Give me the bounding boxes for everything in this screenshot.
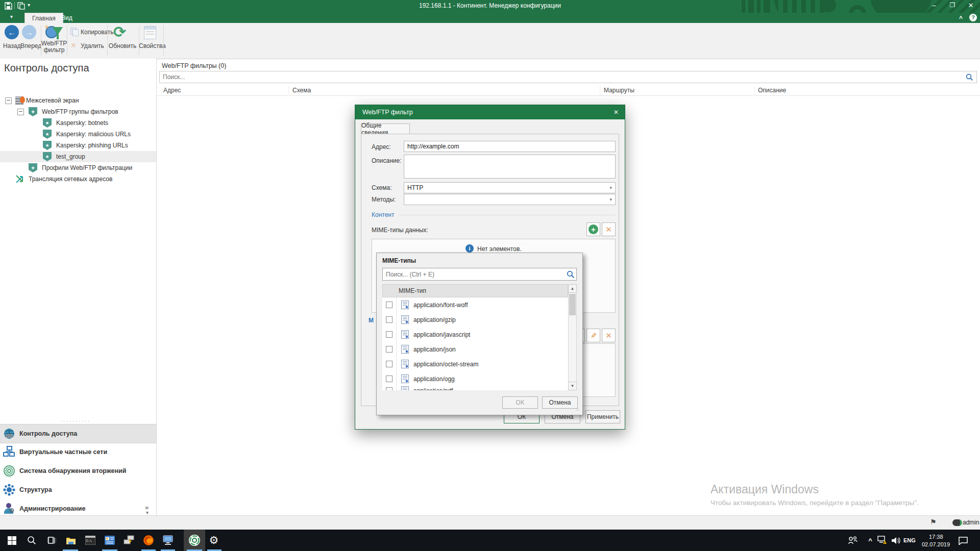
task-view-icon[interactable]	[45, 534, 58, 547]
add-mime-button[interactable]: +	[586, 222, 600, 236]
cmd-icon[interactable]: C:\	[84, 534, 97, 547]
create-filter-label: Web/FTP фильтр	[37, 40, 71, 54]
network-warning-icon[interactable]: !	[876, 534, 889, 547]
dialog-close-icon[interactable]: ✕	[614, 109, 619, 116]
scrollbar-thumb[interactable]	[569, 294, 576, 315]
continent-app-icon[interactable]	[188, 534, 201, 547]
column-header-description[interactable]: Описание	[758, 87, 786, 94]
filter-search-input[interactable]	[159, 71, 977, 83]
tree-item-kaspersky-phishing[interactable]: ★ Kaspersky: phishing URLs	[0, 140, 156, 151]
tree-item-nat[interactable]: Трансляция сетевых адресов	[0, 173, 156, 185]
mime-row[interactable]: application/ogg	[382, 371, 568, 387]
checkbox[interactable]	[386, 375, 393, 382]
mime-row[interactable]: application/font-woff	[382, 297, 568, 313]
collapse-toggle-icon[interactable]	[17, 109, 24, 115]
checkbox[interactable]	[386, 387, 393, 391]
checkbox[interactable]	[386, 346, 393, 353]
speaker-icon[interactable]	[889, 534, 902, 547]
clock-date[interactable]: 02.07.2019	[922, 541, 950, 547]
file-menu-caret-icon[interactable]: ▾	[10, 14, 13, 19]
mime-table-header[interactable]: MIME-тип	[382, 284, 568, 297]
minimize-button[interactable]: –	[928, 1, 940, 9]
search-icon[interactable]	[966, 73, 973, 81]
file-explorer-icon[interactable]	[64, 534, 78, 547]
firefox-icon[interactable]	[142, 534, 155, 547]
mime-row[interactable]: application/json	[382, 342, 568, 357]
popup-cancel-button[interactable]: Отмена	[542, 396, 578, 409]
remote-desktop-icon[interactable]	[161, 534, 175, 547]
help-icon[interactable]: ?	[969, 14, 977, 21]
mime-column-header: MIME-тип	[399, 287, 426, 294]
dialog-title-bar[interactable]: Web/FTP фильтр ✕	[355, 105, 625, 119]
restore-button[interactable]: ❐	[946, 2, 959, 9]
refresh-label[interactable]: Обновить	[108, 42, 137, 49]
checkbox[interactable]	[386, 302, 393, 308]
delete-item-button[interactable]: ✕	[602, 329, 616, 342]
resize-grip[interactable]: ∴	[576, 407, 579, 412]
chevron-down-icon: ▾	[609, 185, 612, 190]
settings-gear-icon[interactable]: ⚙	[207, 534, 220, 547]
splitter-handle[interactable]: ··········	[60, 418, 91, 423]
tree-item-test-group[interactable]: ★ test_group	[0, 151, 156, 162]
flag-icon[interactable]: ⚑	[930, 518, 937, 526]
monitoring-app-icon[interactable]	[103, 534, 116, 547]
action-center-icon[interactable]	[957, 534, 970, 547]
checkbox[interactable]	[386, 316, 393, 323]
filter-shield-icon: ★	[43, 141, 52, 150]
tree-item-firewall[interactable]: Межсетевой экран	[0, 95, 156, 106]
nav-overflow-caret-icon[interactable]: ▾	[146, 510, 149, 515]
column-header-routes[interactable]: Маршруты	[604, 87, 634, 94]
webftp-filter-create-button[interactable]: ✳ Web/FTP фильтр	[43, 24, 65, 55]
nav-ids[interactable]: Система обнаружения вторжений	[0, 462, 156, 480]
mime-row[interactable]: application/gzip	[382, 312, 568, 328]
chevron-down-icon: ▾	[609, 197, 612, 202]
ribbon-collapse-icon[interactable]: ^	[959, 15, 963, 22]
document-icon	[401, 345, 409, 354]
description-textarea[interactable]	[404, 155, 616, 179]
people-icon[interactable]	[846, 534, 860, 547]
column-header-address[interactable]: Адрес	[163, 87, 181, 94]
quick-access-caret-icon[interactable]: ▾	[28, 2, 30, 8]
tree-label: test_group	[56, 153, 85, 160]
paste-icon[interactable]	[17, 2, 25, 10]
mime-row[interactable]: application/octet-stream	[382, 357, 568, 372]
hidden-icons-chevron[interactable]: ^	[864, 534, 877, 547]
tree-item-webftp-groups[interactable]: ★ Web/FTP группы фильтров	[0, 106, 156, 117]
nav-structure[interactable]: Структура	[0, 481, 156, 499]
delete-label: Удалить	[81, 42, 104, 49]
remove-mime-button[interactable]: ✕	[602, 222, 616, 236]
mime-row[interactable]: application/javascript	[382, 327, 568, 342]
refresh-icon[interactable]: ⟳	[113, 23, 126, 41]
scroll-up-button[interactable]: ▲	[568, 284, 577, 293]
address-input[interactable]	[404, 141, 616, 152]
search-icon[interactable]	[567, 270, 575, 279]
scheme-select[interactable]: HTTP ▾	[404, 182, 616, 193]
column-header-scheme[interactable]: Схема	[292, 87, 311, 94]
edit-item-button[interactable]: ✎	[586, 329, 600, 342]
language-indicator[interactable]: ENG	[903, 537, 916, 543]
mime-search-input[interactable]	[382, 268, 577, 281]
back-button[interactable]: ←	[5, 25, 19, 39]
close-button[interactable]: ✕	[965, 2, 977, 9]
checkbox[interactable]	[386, 361, 393, 367]
clock-time[interactable]: 17:38	[929, 534, 943, 540]
tab-general[interactable]: Общие сведения	[361, 123, 410, 134]
nat-arrows-icon	[15, 174, 24, 184]
checkbox[interactable]	[386, 331, 393, 338]
start-button[interactable]	[5, 534, 18, 547]
tree-item-kaspersky-botnets[interactable]: ★ Kaspersky: botnets	[0, 117, 156, 129]
tab-vid[interactable]: Вид	[54, 13, 80, 23]
scroll-down-button[interactable]: ▼	[568, 382, 577, 390]
table-header-border	[157, 95, 980, 96]
save-icon[interactable]	[5, 2, 12, 10]
taskbar-search-icon[interactable]	[25, 534, 38, 547]
tree-item-kaspersky-malicious[interactable]: ★ Kaspersky: malicious URLs	[0, 129, 156, 140]
mime-row[interactable]: application/pdf	[382, 386, 568, 390]
collapse-toggle-icon[interactable]	[5, 97, 12, 104]
nav-access-control[interactable]: Контроль доступа	[0, 424, 156, 443]
tree-item-webftp-profiles[interactable]: ★ Профили Web/FTP фильтрации	[0, 162, 156, 173]
nav-vpn[interactable]: Виртуальные частные сети	[0, 443, 156, 461]
remote-connect-icon[interactable]	[122, 534, 136, 547]
dialog-apply-button[interactable]: Применить	[585, 410, 620, 423]
methods-select[interactable]: ▾	[404, 194, 616, 205]
